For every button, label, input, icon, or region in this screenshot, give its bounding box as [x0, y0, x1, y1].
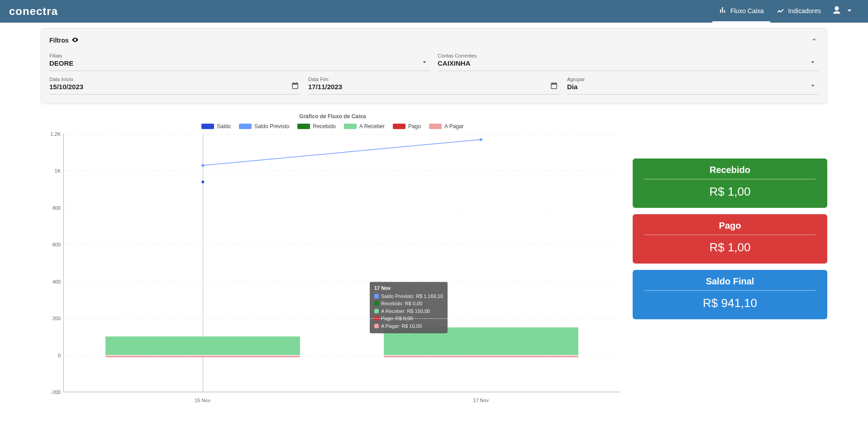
chart-plot[interactable]: -20002004006008001K1.2K 17 Nov Saldo Pre… — [41, 134, 625, 406]
nav-fluxo-label: Fluxo Caixa — [730, 7, 764, 14]
nav-indic-label: Indicadores — [788, 7, 821, 14]
nav-indicadores[interactable]: Indicadores — [770, 0, 827, 23]
bar-chart-icon — [719, 6, 727, 15]
inicio-value: 15/10/2023 — [49, 83, 83, 91]
chart-container: Gráfico de Fluxo de Caixa Saldo Saldo Pr… — [41, 113, 625, 406]
eye-icon[interactable] — [72, 36, 79, 45]
contas-label: Contas Correntes — [438, 53, 819, 58]
calendar-icon[interactable] — [550, 82, 558, 91]
legend-saldo-previsto[interactable]: Saldo Previsto — [239, 123, 289, 130]
legend-saldo[interactable]: Saldo — [201, 123, 231, 130]
calendar-icon[interactable] — [291, 82, 299, 91]
card-recebido: Recebido R$ 1,00 — [633, 158, 827, 208]
chevron-down-icon — [420, 58, 429, 68]
card-pago-value: R$ 1,00 — [644, 240, 816, 255]
contas-value: CAIXINHA — [438, 59, 471, 67]
data-fim-field[interactable]: Data Fim 17/11/2023 — [308, 75, 560, 95]
contas-select[interactable]: Contas Correntes CAIXINHA — [438, 51, 819, 71]
card-saldo-value: R$ 941,10 — [644, 296, 816, 310]
legend-a-pagar[interactable]: A Pagar — [429, 123, 464, 130]
user-menu[interactable] — [827, 5, 859, 17]
analytics-icon — [777, 6, 785, 15]
collapse-filters-button[interactable] — [810, 35, 819, 46]
filiais-select[interactable]: Filiais DEORE — [49, 51, 430, 71]
agrupar-value: Dia — [567, 83, 577, 91]
person-icon — [832, 5, 842, 17]
chart-title: Gráfico de Fluxo de Caixa — [41, 113, 625, 120]
agrupar-label: Agrupar — [567, 77, 819, 82]
nav-fluxo-caixa[interactable]: Fluxo Caixa — [712, 0, 770, 23]
inicio-label: Data Início — [49, 77, 301, 82]
legend-recebido[interactable]: Recebido — [297, 123, 336, 130]
fim-value: 17/11/2023 — [308, 83, 342, 91]
chevron-down-icon — [809, 58, 817, 68]
agrupar-select[interactable]: Agrupar Dia — [567, 75, 819, 95]
card-pago-label: Pago — [644, 221, 816, 235]
filters-panel: Filtros Filiais DEORE Contas Correntes C… — [41, 28, 827, 104]
fim-label: Data Fim — [308, 77, 560, 82]
chart-legend: Saldo Saldo Previsto Recebido A Receber … — [41, 123, 625, 130]
filiais-label: Filiais — [49, 53, 430, 58]
app-header: conectra Fluxo Caixa Indicadores — [0, 0, 868, 23]
card-recebido-label: Recebido — [644, 165, 816, 179]
filters-title: Filtros — [49, 36, 79, 45]
chevron-down-icon — [809, 82, 817, 91]
brand-logo: conectra — [9, 5, 58, 18]
card-saldo-final: Saldo Final R$ 941,10 — [633, 270, 827, 319]
legend-a-receber[interactable]: A Receber — [344, 123, 385, 130]
legend-pago[interactable]: Pago — [393, 123, 421, 130]
card-saldo-label: Saldo Final — [644, 276, 816, 291]
card-pago: Pago R$ 1,00 — [633, 214, 827, 264]
chevron-down-icon — [844, 5, 854, 17]
card-recebido-value: R$ 1,00 — [644, 185, 816, 199]
data-inicio-field[interactable]: Data Início 15/10/2023 — [49, 75, 301, 95]
svg-point-2 — [201, 181, 204, 183]
filiais-value: DEORE — [49, 59, 73, 67]
